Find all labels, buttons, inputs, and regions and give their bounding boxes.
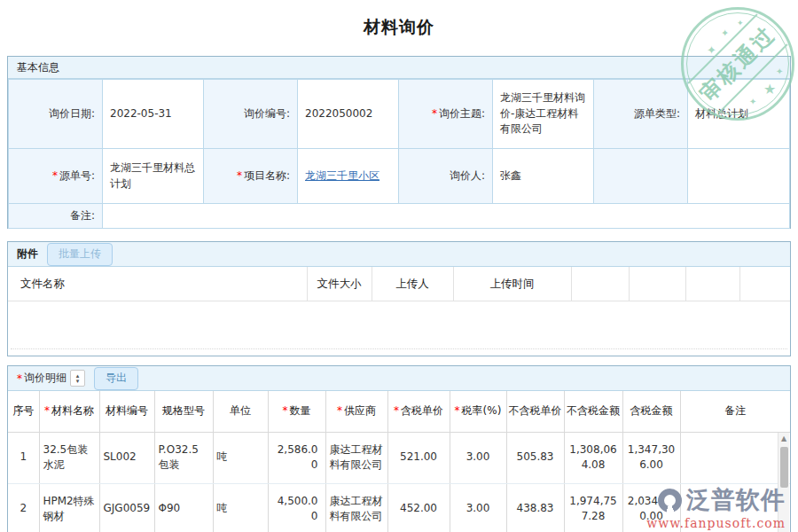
required-icon: * [237, 169, 242, 182]
cell-tax-price: 452.00 [387, 483, 450, 532]
basic-info-table: 询价日期: 2022-05-31 询价编号: 2022050002 *询价主题:… [8, 79, 790, 229]
cell-tax-amount: 1,347,306.00 [622, 432, 680, 483]
inquiry-details-title: 询价明细 [24, 371, 66, 386]
inquirer-value: 张鑫 [493, 149, 594, 204]
col-unit: 单位 [213, 391, 268, 432]
basic-info-title: 基本信息 [17, 60, 59, 75]
source-type-label: 源单类型: [594, 80, 688, 149]
cell-no-tax-price: 505.83 [506, 432, 564, 483]
col-empty [629, 267, 685, 301]
col-empty [739, 267, 790, 301]
cell-unit: 吨 [213, 483, 268, 532]
col-empty [685, 267, 739, 301]
empty-label-cell [594, 149, 688, 204]
col-tax-rate: *税率(%) [450, 391, 506, 432]
project-name-label: *项目名称: [204, 149, 298, 204]
scrollbar-thumb[interactable] [780, 447, 788, 488]
cell-spec: P.O32.5包装 [154, 432, 213, 483]
inquiry-subject-value: 龙湖三千里材料询价-康达工程材料有限公司 [493, 80, 594, 149]
cell-remark [680, 483, 790, 532]
required-icon: * [283, 404, 288, 417]
col-remark: 备注 [680, 391, 790, 432]
col-spec: 规格型号 [154, 391, 213, 432]
cell-seq: 1 [8, 432, 39, 483]
cell-tax-rate: 3.00 [450, 483, 506, 532]
details-row: 2 HPM2特殊钢材 GJG0059 Φ90 吨 4,500.00 康达工程材料… [8, 483, 790, 532]
attachments-section: 附件 批量上传 文件名称 文件大小 上传人 上传时间 [7, 241, 791, 356]
col-quantity: *数量 [268, 391, 325, 432]
inquiry-subject-label: *询价主题: [399, 80, 493, 149]
inquiry-no-value: 2022050002 [298, 80, 399, 149]
cell-material-name: HPM2特殊钢材 [39, 483, 99, 532]
remark-label: 备注: [9, 204, 103, 229]
col-no-tax-price: 不含税单价 [506, 391, 564, 432]
inquiry-date-value: 2022-05-31 [103, 80, 204, 149]
cell-material-no: GJG0059 [99, 483, 154, 532]
required-icon: * [337, 404, 342, 417]
export-button[interactable]: 导出 [94, 367, 138, 390]
material-inquiry-page: 材料询价 审核通过 ✦ ✦ ✦ ★ ✦ ✦ 基本信息 询价日期: 2022-05… [0, 0, 798, 532]
cell-quantity: 2,586.00 [268, 432, 325, 483]
cell-quantity: 4,500.00 [268, 483, 325, 532]
inquiry-date-label: 询价日期: [9, 80, 103, 149]
project-name-value: 龙湖三千里小区 [298, 149, 399, 204]
col-material-name: *材料名称 [39, 391, 99, 432]
cell-tax-rate: 3.00 [450, 432, 506, 483]
star-icon: ✦ [707, 43, 716, 57]
cell-no-tax-price: 438.83 [506, 483, 564, 532]
cell-tax-price: 521.00 [387, 432, 450, 483]
attachments-header: 附件 批量上传 [8, 242, 790, 267]
col-file-size: 文件大小 [307, 267, 372, 301]
project-name-link[interactable]: 龙湖三千里小区 [305, 169, 379, 182]
col-no-tax-amount: 不含税金额 [564, 391, 622, 432]
details-header-row: 序号 *材料名称 材料编号 规格型号 单位 *数量 *供应商 *含税单价 *税率… [8, 391, 790, 432]
cell-seq: 2 [8, 483, 39, 532]
required-icon: * [52, 169, 58, 182]
basic-info-header: 基本信息 [8, 57, 790, 79]
sort-down-icon: ▾ [76, 379, 80, 384]
remark-value [103, 204, 790, 229]
sort-toggle-icon[interactable]: ▴ ▾ [70, 370, 85, 387]
inquiry-details-section: * 询价明细 ▴ ▾ 导出 序号 *材料名称 材料编号 规格型号 单位 *数量 … [7, 365, 791, 532]
col-seq: 序号 [8, 391, 39, 432]
basic-info-section: 基本信息 询价日期: 2022-05-31 询价编号: 2022050002 *… [7, 56, 791, 229]
required-icon: * [17, 372, 22, 385]
source-type-value: 材料总计划 [688, 80, 790, 149]
col-supplier: *供应商 [325, 391, 387, 432]
cell-no-tax-amount: 1,974,757.28 [564, 483, 622, 532]
basic-info-row: 备注: [9, 204, 790, 229]
source-no-value: 龙湖三千里材料总计划 [103, 149, 204, 204]
inquiry-details-table: 序号 *材料名称 材料编号 规格型号 单位 *数量 *供应商 *含税单价 *税率… [8, 391, 790, 532]
col-upload-time: 上传时间 [453, 267, 571, 301]
cell-material-no: SL002 [99, 432, 154, 483]
cell-material-name: 32.5包装水泥 [39, 432, 99, 483]
required-icon: * [432, 107, 437, 120]
source-no-label: *源单号: [9, 149, 103, 204]
basic-info-row: *源单号: 龙湖三千里材料总计划 *项目名称: 龙湖三千里小区 询价人: 张鑫 [9, 149, 790, 204]
col-material-no: 材料编号 [99, 391, 154, 432]
attachments-table: 文件名称 文件大小 上传人 上传时间 [8, 267, 790, 301]
divider [11, 348, 787, 349]
cell-spec: Φ90 [154, 483, 213, 532]
col-tax-price: *含税单价 [387, 391, 450, 432]
attachments-title: 附件 [17, 246, 38, 262]
cell-tax-amount: 2,034,000.00 [622, 483, 680, 532]
scroll-up-icon[interactable]: ▲ [778, 433, 789, 445]
required-icon: * [394, 404, 399, 417]
basic-info-row: 询价日期: 2022-05-31 询价编号: 2022050002 *询价主题:… [9, 80, 790, 149]
col-tax-amount: 含税金额 [622, 391, 680, 432]
inquiry-details-header: * 询价明细 ▴ ▾ 导出 [8, 366, 790, 391]
cell-unit: 吨 [213, 432, 268, 483]
attachments-header-row: 文件名称 文件大小 上传人 上传时间 [8, 267, 790, 301]
cell-supplier: 康达工程材料有限公司 [325, 483, 387, 532]
col-empty [571, 267, 629, 301]
cell-no-tax-amount: 1,308,064.08 [564, 432, 622, 483]
col-file-name: 文件名称 [8, 267, 307, 301]
vertical-scrollbar[interactable]: ▲ [778, 433, 789, 532]
batch-upload-button[interactable]: 批量上传 [47, 243, 113, 266]
details-row: 1 32.5包装水泥 SL002 P.O32.5包装 吨 2,586.00 康达… [8, 432, 790, 483]
cell-supplier: 康达工程材料有限公司 [325, 432, 387, 483]
required-icon: * [44, 404, 50, 417]
required-icon: * [455, 404, 460, 417]
cell-remark [680, 432, 790, 483]
